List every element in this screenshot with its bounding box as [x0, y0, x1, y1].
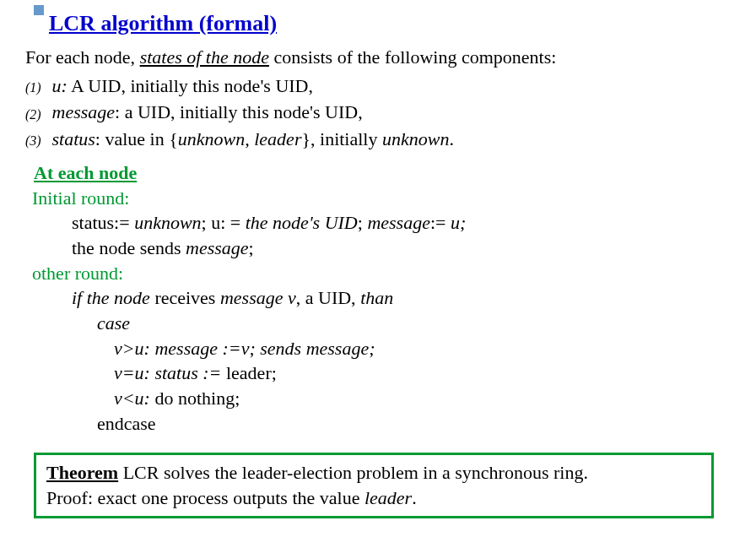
il1c: ; u: =	[202, 212, 246, 233]
term-status: status	[52, 128, 95, 149]
intro-prefix: For each node,	[25, 46, 140, 68]
slide-content: LCR algorithm (formal) For each node, st…	[25, 8, 731, 518]
il1h: u;	[451, 212, 466, 233]
intro-suffix: consists of the following components:	[269, 46, 556, 68]
num-1: (1)	[25, 79, 47, 97]
il1e: ;	[358, 212, 368, 233]
case-3: v<u: do nothing;	[114, 386, 731, 411]
intro-line: For each node, states of the node consis…	[25, 45, 731, 70]
il1b: unknown	[134, 212, 201, 233]
case-1: v>u: message :=v; sends message;	[114, 336, 731, 361]
il1g: :=	[430, 212, 451, 233]
il2c: ;	[249, 237, 254, 258]
il2a: the node sends	[72, 237, 186, 258]
c1a: v>u: message :=v; sends message;	[114, 338, 375, 359]
initial-line-2: the node sends message;	[72, 236, 731, 261]
text-1: A UID, initially this node's UID,	[68, 75, 313, 96]
initial-line-1: status:= unknown; u: = the node's UID; m…	[72, 210, 731, 236]
text-3d: unknown	[382, 128, 449, 149]
theorem-box: Theorem LCR solves the leader-election p…	[34, 453, 714, 518]
title-text: LCR algorithm (formal)	[49, 11, 277, 35]
other-line-1: if the node receives message v, a UID, t…	[72, 285, 731, 311]
theorem-line: Theorem LCR solves the leader-election p…	[46, 460, 701, 485]
ol1e: than	[360, 287, 393, 308]
slide-title[interactable]: LCR algorithm (formal)	[34, 8, 731, 38]
endcase-keyword: endcase	[97, 411, 731, 437]
text-3c: }, initially	[301, 128, 382, 149]
text-3a: : value in {	[95, 128, 178, 149]
il1f: message	[367, 212, 430, 233]
il1a: status:=	[72, 212, 134, 233]
c3b: do nothing;	[150, 388, 240, 409]
proof-line: Proof: exact one process outputs the val…	[46, 485, 701, 511]
proof-a: Proof: exact one process outputs the val…	[46, 487, 364, 508]
num-2: (2)	[25, 106, 47, 124]
component-1: (1) u: A UID, initially this node's UID,	[25, 73, 731, 99]
intro-states-phrase: states of the node	[140, 46, 269, 68]
ol1b: receives	[150, 287, 220, 308]
c2a: v=u: status :=	[114, 362, 221, 383]
text-2: : a UID, initially this node's UID,	[115, 101, 363, 122]
ol1c: message v	[220, 287, 296, 308]
ol1d: , a UID,	[296, 287, 360, 308]
il1d: the node's UID	[246, 212, 358, 233]
other-round-label: other round:	[32, 261, 731, 286]
c3a: v<u:	[114, 388, 150, 409]
text-3e: .	[449, 128, 454, 149]
il2b: message	[186, 237, 249, 258]
initial-round-label: Initial round:	[32, 186, 731, 211]
term-message: message	[52, 101, 116, 122]
theorem-label: Theorem	[46, 462, 118, 483]
case-2: v=u: status := leader;	[114, 361, 731, 386]
num-3: (3)	[25, 132, 47, 150]
ol1a: if the node	[72, 287, 150, 308]
text-3b: unknown, leader	[178, 128, 302, 149]
bullet-square-icon	[34, 5, 44, 15]
term-u: u:	[52, 75, 68, 96]
component-3: (3) status: value in {unknown, leader}, …	[25, 127, 731, 152]
component-2: (2) message: a UID, initially this node'…	[25, 100, 731, 125]
c2b: leader;	[221, 362, 276, 383]
theorem-text: LCR solves the leader-election problem i…	[118, 462, 588, 483]
case-keyword: case	[97, 311, 731, 336]
at-each-node-heading: At each node	[34, 160, 731, 186]
proof-b: leader	[364, 487, 412, 508]
proof-c: .	[412, 487, 417, 508]
